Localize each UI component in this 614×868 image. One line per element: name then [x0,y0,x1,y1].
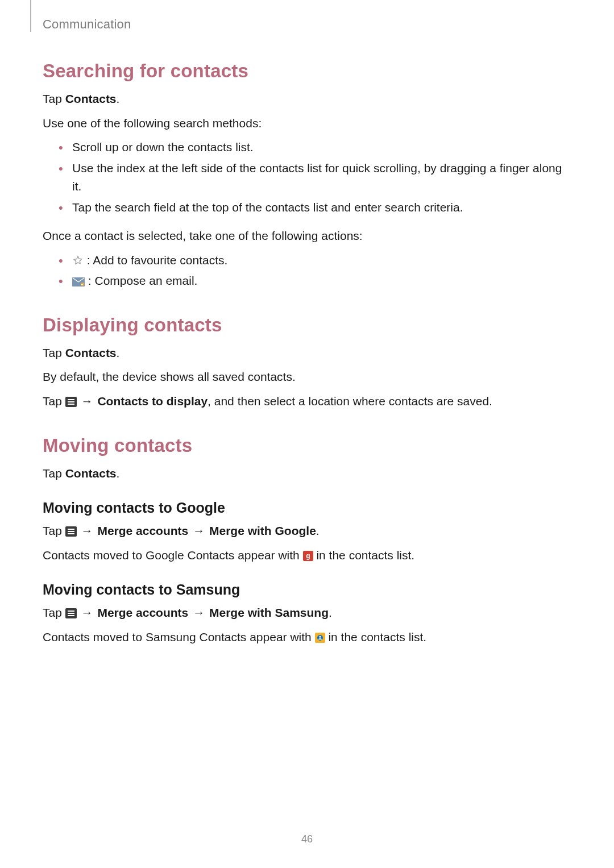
tap-contacts-line-1: Tap Contacts. [43,90,571,109]
arrow-icon: → [192,522,206,541]
section-moving: Moving contacts Tap Contacts. Moving con… [43,435,571,647]
text: : Add to favourite contacts. [84,254,227,267]
default-contacts-line: By default, the device shows all saved c… [43,368,571,387]
arrow-icon: → [80,392,94,411]
text-bold: Contacts [65,346,117,359]
samsung-result-line: Contacts moved to Samsung Contacts appea… [43,628,571,647]
arrow-icon: → [80,604,94,622]
page-number: 46 [0,833,614,845]
heading-moving-samsung: Moving contacts to Samsung [43,582,571,598]
text-bold: Merge with Google [209,524,316,537]
text: , and then select a location where conta… [208,394,492,408]
samsung-badge-icon [315,633,325,643]
svg-rect-13 [68,610,74,612]
contacts-to-display-line: Tap → Contacts to display, and then sele… [43,392,571,411]
text: Contacts moved to Google Contacts appear… [43,549,303,562]
svg-rect-7 [68,529,74,530]
text-bold: Merge accounts [97,606,188,619]
tap-contacts-line-2: Tap Contacts. [43,344,571,363]
running-head: Communication [43,17,131,32]
list-item: : Compose an email. [59,272,571,290]
text-bold: Contacts [65,92,117,105]
tap-contacts-line-3: Tap Contacts. [43,464,571,483]
menu-icon [65,397,77,407]
list-item: Use the index at the left side of the co… [59,159,571,196]
text-bold: Merge accounts [97,524,188,537]
heading-moving: Moving contacts [43,435,571,456]
merge-google-line: Tap → Merge accounts → Merge with Google… [43,522,571,541]
text: Tap [43,346,65,359]
arrow-icon: → [192,604,206,622]
arrow-icon: → [80,522,94,541]
section-displaying: Displaying contacts Tap Contacts. By def… [43,314,571,411]
section-searching: Searching for contacts Tap Contacts. Use… [43,60,571,290]
text: Tap [43,92,65,105]
running-head-bar [30,0,31,32]
heading-moving-google: Moving contacts to Google [43,500,571,516]
text-bold: Contacts [65,467,117,480]
page: Communication Searching for contacts Tap… [0,0,614,868]
merge-samsung-line: Tap → Merge accounts → Merge with Samsun… [43,604,571,622]
text-bold: Merge with Samsung [209,606,329,619]
menu-icon [65,526,77,537]
text: . [117,346,120,359]
menu-icon [65,608,77,618]
search-methods-intro: Use one of the following search methods: [43,114,571,133]
text: in the contacts list. [325,630,427,643]
svg-rect-9 [68,533,74,534]
text: . [316,524,320,537]
text: . [117,467,120,480]
text: Tap [43,394,65,408]
list-item: Tap the search field at the top of the c… [59,198,571,217]
svg-rect-14 [68,613,74,614]
actions-intro: Once a contact is selected, take one of … [43,227,571,246]
text-bold: Contacts to display [97,394,208,408]
google-result-line: Contacts moved to Google Contacts appear… [43,546,571,565]
heading-displaying: Displaying contacts [43,314,571,336]
text: Tap [43,467,65,480]
text: Contacts moved to Samsung Contacts appea… [43,630,315,643]
text: . [117,92,120,105]
search-methods-list: Scroll up or down the contacts list. Use… [43,138,571,217]
actions-list: : Add to favourite contacts. : Compose a… [43,251,571,290]
running-head-wrap: Communication [43,17,571,32]
svg-rect-3 [68,399,74,400]
svg-text:g: g [306,552,310,560]
svg-rect-8 [68,531,74,532]
text: in the contacts list. [313,549,415,562]
star-icon [72,255,84,266]
heading-searching: Searching for contacts [43,60,571,82]
google-badge-icon: g [303,551,313,561]
list-item: Scroll up or down the contacts list. [59,138,571,157]
svg-rect-15 [68,615,74,616]
svg-rect-5 [68,404,74,405]
text: Tap [43,524,65,537]
text: : Compose an email. [85,274,197,287]
text: . [329,606,332,619]
svg-rect-4 [68,401,74,402]
email-icon [72,277,85,286]
svg-point-18 [319,636,321,637]
list-item: : Add to favourite contacts. [59,251,571,270]
text: Tap [43,606,65,619]
svg-point-17 [317,635,323,641]
